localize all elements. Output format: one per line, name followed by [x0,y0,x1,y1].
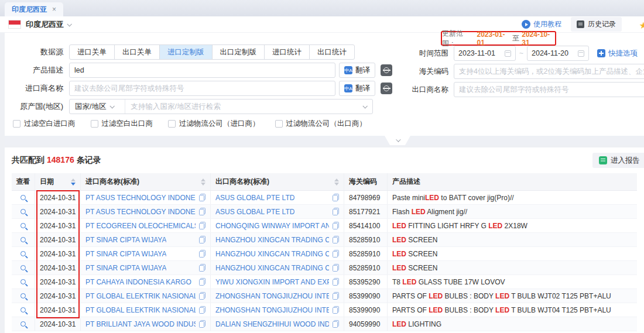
tab-close-icon[interactable]: × [52,6,56,13]
copy-icon[interactable] [199,278,205,286]
segment-import-custom[interactable]: 进口定制版 [159,44,213,60]
calendar-icon [578,50,584,57]
copy-icon[interactable] [333,306,339,314]
report-label: 进入报告 [611,156,640,166]
origin-select[interactable]: 国家/地区 [70,99,125,114]
sort-icons[interactable] [201,178,205,186]
checkbox-filter-blank-importer[interactable]: 过滤空白进口商 [13,119,76,129]
copy-icon[interactable] [199,306,205,314]
segment-export-custom[interactable]: 出口定制版 [212,44,265,60]
copy-icon[interactable] [199,250,205,258]
translate-button-importer[interactable]: 中A 翻译 [339,81,375,96]
view-detail-icon[interactable] [20,265,26,270]
view-detail-icon[interactable] [20,307,26,313]
importer-link[interactable]: PT ECOGREEN OLEOCHEMICALS [85,222,196,230]
header-exporter[interactable]: 出口商名称(标准) [211,173,344,190]
copy-icon[interactable] [333,236,339,243]
origin-search-input[interactable] [125,102,363,111]
importer-link[interactable]: PT GLOBAL ELEKTRIK NASIONAL [85,306,196,314]
exact-match-icon[interactable] [381,83,392,94]
copy-icon[interactable] [199,292,205,300]
importer-link[interactable]: PT ASUS TECHNOLOGY INDONESIA BA... [85,194,196,202]
importer-cell: PT ASUS TECHNOLOGY INDONESIA BA... [81,191,211,204]
importer-link[interactable]: PT SINAR CIPTA WIJAYA [85,236,166,244]
sort-icons[interactable] [334,178,339,186]
view-detail-icon[interactable] [20,251,26,256]
exporter-link[interactable]: ASUS GLOBAL PTE LTD [215,194,294,202]
segment-export-stats[interactable]: 出口统计 [309,44,355,60]
copy-icon[interactable] [199,222,205,229]
importer-link[interactable]: PT GLOBAL ELEKTRIK NASIONAL [85,292,196,300]
exporter-link[interactable]: DALIAN SHENGZHIHUI WOOD INDUST... [215,320,329,328]
exporter-link[interactable]: ZHONGSHAN TONGJIUZHOU INTERNA... [215,306,329,314]
chevron-down-icon[interactable] [67,22,71,26]
translate-button[interactable]: 中A 翻译 [339,63,375,78]
copy-icon[interactable] [333,222,339,229]
view-cell [12,205,35,218]
importer-link[interactable]: PT CAHAYA INDONESIA KARGO [85,278,191,286]
view-detail-icon[interactable] [20,293,26,298]
exporter-link[interactable]: ASUS GLOBAL PTE LTD [215,208,294,216]
copy-icon[interactable] [199,194,205,201]
copy-icon[interactable] [199,264,205,272]
segment-export-declaration[interactable]: 出口关单 [114,44,160,60]
copy-icon[interactable] [333,264,339,272]
tutorial-link[interactable]: 使用教程 [522,19,561,29]
view-detail-icon[interactable] [20,321,26,327]
product-desc-input[interactable] [69,63,335,78]
tab-indonesia[interactable]: 印度尼西亚 × [5,2,63,16]
copy-icon[interactable] [333,208,339,215]
exporter-link[interactable]: CHONGQING WINWAY IMPORT AND E... [215,222,329,230]
checkbox-icon[interactable] [91,120,98,128]
copy-icon[interactable] [333,250,339,258]
checkbox-filter-logistics-exporter[interactable]: 过滤物流公司（出口商） [275,119,367,129]
view-detail-icon[interactable] [20,279,26,284]
importer-link[interactable]: PT SINAR CIPTA WIJAYA [85,264,166,272]
exporter-link[interactable]: ZHONGSHAN TONGJIUZHOU INTERNA... [215,292,329,300]
segment-import-declaration[interactable]: 进口关单 [69,44,115,60]
table-row: 2024-10-31PT GLOBAL ELEKTRIK NASIONALZHO… [12,289,637,303]
header-importer[interactable]: 进口商名称(标准) [81,173,211,190]
checkbox-icon[interactable] [275,120,283,128]
copy-icon[interactable] [199,320,205,328]
checkbox-filter-logistics-importer[interactable]: 过滤物流公司（进口商） [168,119,260,129]
view-cell [12,303,35,317]
copy-icon[interactable] [199,236,205,243]
checkbox-icon[interactable] [13,120,20,128]
copy-icon[interactable] [333,278,339,286]
importer-link[interactable]: PT ASUS TECHNOLOGY INDONESIA BA... [85,208,196,216]
exporter-link[interactable]: HANGZHOU XINGCAN TRADING CO LTD [215,264,329,272]
quick-options-link[interactable]: 快捷选项 [597,49,638,59]
history-button[interactable]: 历史记录 [571,17,622,32]
checkbox-icon[interactable] [168,120,176,128]
segment-import-stats[interactable]: 进口统计 [264,44,310,60]
exporter-link[interactable]: HANGZHOU XINGCAN TRADING CO LTD [215,236,329,244]
importer-link[interactable]: PT SINAR CIPTA WIJAYA [85,250,166,258]
copy-icon[interactable] [333,292,339,300]
checkbox-filter-blank-exporter[interactable]: 过滤空白出口商 [91,119,153,129]
end-date-input[interactable]: 2024-11-20 [527,46,589,61]
view-detail-icon[interactable] [20,237,26,242]
copy-icon[interactable] [199,208,205,215]
importer-link[interactable]: PT BRILLIANT JAYA WOOD INDUSTRY [85,320,196,328]
importer-input[interactable] [69,81,335,96]
range-separator: ~ [519,49,523,57]
table-body: 2024-10-31PT ASUS TECHNOLOGY INDONESIA B… [12,191,637,331]
exporter-input[interactable] [454,82,644,97]
chevron-down-icon[interactable] [362,104,367,108]
view-detail-icon[interactable] [20,195,26,200]
collapse-panel-button[interactable] [379,136,416,145]
favorite-star-icon[interactable]: ★ [639,20,644,31]
chevron-down-icon [110,104,115,108]
header-date[interactable]: 日期 [35,173,81,190]
exporter-link[interactable]: YIWU XIONGXIN IMPORT AND EXPORT... [215,278,329,286]
sort-icons[interactable] [71,178,76,186]
exporter-link[interactable]: HANGZHOU XINGCAN TRADING CO LTD [215,250,329,258]
hs-code-input[interactable] [454,64,644,79]
exact-match-icon[interactable] [381,64,392,76]
view-detail-icon[interactable] [20,223,26,228]
view-detail-icon[interactable] [20,209,26,214]
copy-icon[interactable] [333,194,339,201]
enter-report-button[interactable]: 进入报告 [592,153,644,168]
copy-icon[interactable] [333,320,339,328]
